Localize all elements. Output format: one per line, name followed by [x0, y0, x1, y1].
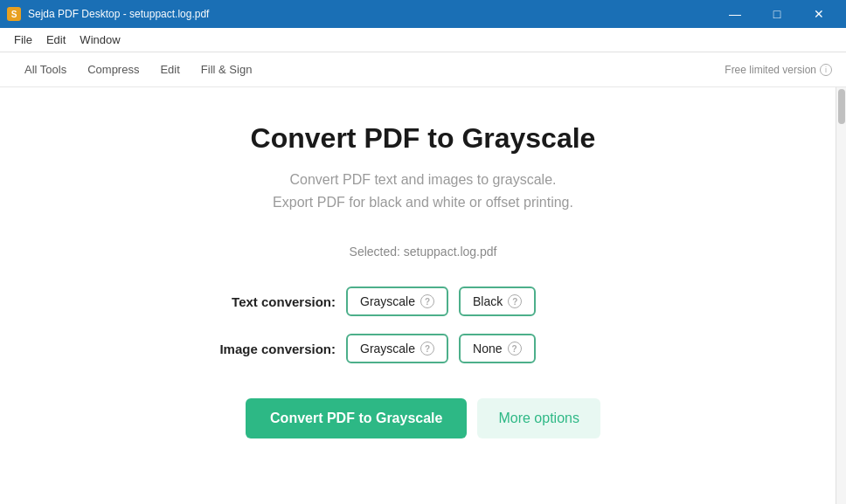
title-bar: S Sejda PDF Desktop - setuppact.log.pdf … [0, 0, 846, 28]
app-icon: S [7, 7, 21, 21]
image-none-option[interactable]: None ? [459, 334, 535, 363]
nav-fill-sign[interactable]: Fill & Sign [191, 59, 263, 79]
scrollbar-thumb[interactable] [838, 89, 845, 124]
menu-bar: File Edit Window [0, 28, 846, 52]
action-buttons: Convert PDF to Grayscale More options [246, 398, 600, 438]
text-conversion-row: Text conversion: Grayscale ? Black ? [196, 287, 650, 316]
convert-button[interactable]: Convert PDF to Grayscale [246, 398, 467, 438]
menu-edit[interactable]: Edit [39, 30, 73, 50]
maximize-button[interactable]: □ [757, 0, 797, 28]
image-grayscale-option[interactable]: Grayscale ? [346, 334, 448, 363]
text-black-option[interactable]: Black ? [459, 287, 536, 316]
nav-bar: All Tools Compress Edit Fill & Sign Free… [0, 52, 846, 87]
nav-all-tools[interactable]: All Tools [14, 59, 77, 79]
content-area: Convert PDF to Grayscale Convert PDF tex… [30, 87, 816, 504]
text-conversion-label: Text conversion: [196, 294, 336, 309]
text-black-help-icon[interactable]: ? [508, 294, 522, 308]
window-controls: — □ ✕ [715, 0, 839, 28]
nav-edit[interactable]: Edit [149, 59, 190, 79]
subtitle-line1: Convert PDF text and images to grayscale… [273, 169, 573, 191]
image-grayscale-label: Grayscale [360, 342, 415, 356]
options-section: Text conversion: Grayscale ? Black ? Ima… [196, 287, 650, 363]
image-none-help-icon[interactable]: ? [508, 342, 522, 356]
free-label: Free limited version i [725, 64, 832, 76]
subtitle-line2: Export PDF for black and white or offset… [273, 191, 573, 214]
more-options-button[interactable]: More options [477, 398, 600, 438]
menu-window[interactable]: Window [73, 30, 127, 50]
image-conversion-label: Image conversion: [196, 342, 336, 356]
nav-compress[interactable]: Compress [77, 59, 149, 79]
page-title: Convert PDF to Grayscale [251, 122, 596, 155]
minimize-button[interactable]: — [715, 0, 755, 28]
window-title: Sejda PDF Desktop - setuppact.log.pdf [28, 8, 715, 20]
menu-file[interactable]: File [7, 30, 39, 50]
main-content: Convert PDF to Grayscale Convert PDF tex… [0, 87, 846, 504]
text-grayscale-option[interactable]: Grayscale ? [346, 287, 448, 316]
image-conversion-row: Image conversion: Grayscale ? None ? [196, 334, 650, 363]
text-grayscale-help-icon[interactable]: ? [420, 294, 434, 308]
text-grayscale-label: Grayscale [360, 294, 415, 308]
image-grayscale-help-icon[interactable]: ? [420, 342, 434, 356]
scrollbar[interactable] [836, 87, 846, 504]
image-none-label: None [473, 342, 502, 356]
page-subtitle: Convert PDF text and images to grayscale… [273, 169, 573, 213]
close-button[interactable]: ✕ [799, 0, 839, 28]
info-icon: i [820, 64, 832, 76]
selected-file: Selected: setuppact.log.pdf [350, 245, 497, 259]
text-black-label: Black [473, 294, 503, 308]
